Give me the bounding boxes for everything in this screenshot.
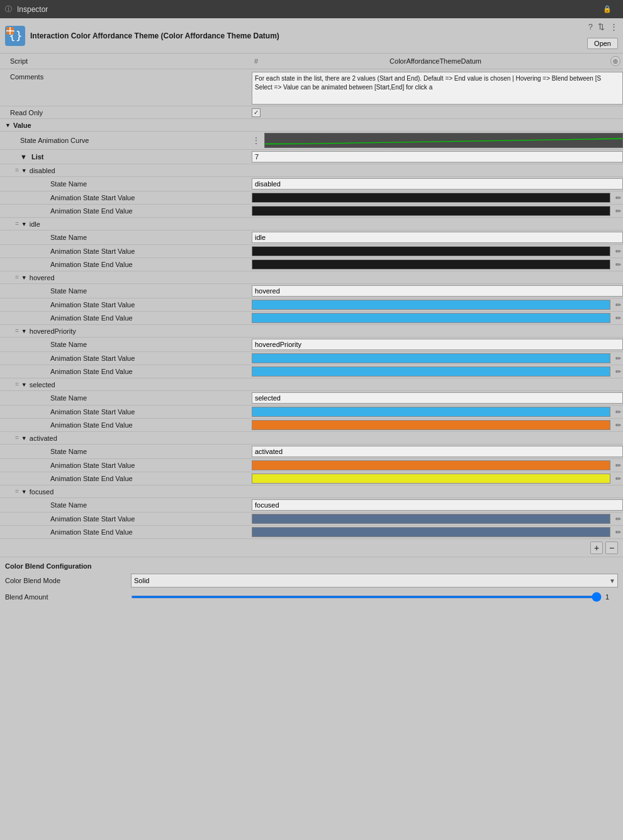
start-edit-icon-disabled[interactable]: ✏ bbox=[613, 194, 623, 202]
state-name-label-hovered: State Name bbox=[0, 287, 252, 295]
state-name-label-selected: State Name bbox=[0, 394, 252, 402]
start-edit-icon-focused[interactable]: ✏ bbox=[613, 515, 623, 523]
blend-mode-row: Color Blend Mode Solid Lerp Additive ▼ bbox=[5, 574, 618, 587]
start-edit-icon-idle[interactable]: ✏ bbox=[613, 247, 623, 256]
start-label-hoveredPriority: Animation State Start Value bbox=[0, 355, 252, 362]
remove-button[interactable]: − bbox=[605, 542, 618, 554]
end-label-selected: Animation State End Value bbox=[0, 421, 252, 429]
start-edit-icon-hoveredPriority[interactable]: ✏ bbox=[613, 355, 623, 363]
end-edit-icon-disabled[interactable]: ✏ bbox=[613, 207, 623, 215]
state-name-input-focused[interactable] bbox=[252, 499, 623, 511]
start-color-bar-idle[interactable] bbox=[252, 246, 610, 256]
triangle-focused[interactable]: ▼ bbox=[21, 489, 27, 495]
start-color-bar-activated[interactable] bbox=[252, 460, 610, 470]
comments-text[interactable]: For each state in the list, there are 2 … bbox=[252, 72, 623, 105]
comments-label: Comments bbox=[0, 72, 252, 81]
state-name-value-hoveredPriority bbox=[252, 339, 623, 350]
state-name-input-hovered[interactable] bbox=[252, 285, 623, 297]
state-name-input-hoveredPriority[interactable] bbox=[252, 339, 623, 350]
state-label-selected: selected bbox=[30, 381, 55, 389]
drag-handle-hoveredPriority[interactable]: = bbox=[15, 327, 19, 334]
triangle-idle[interactable]: ▼ bbox=[21, 221, 27, 227]
blend-amount-slider[interactable] bbox=[131, 596, 602, 598]
triangle-disabled[interactable]: ▼ bbox=[21, 167, 27, 174]
start-color-row-idle: Animation State Start Value ✏ bbox=[0, 245, 623, 258]
script-value-container: # ColorAffordanceThemeDatum ◎ bbox=[252, 55, 623, 67]
end-edit-icon-idle[interactable]: ✏ bbox=[613, 261, 623, 269]
script-target-btn[interactable]: ◎ bbox=[610, 56, 620, 66]
end-color-bar-hoveredPriority[interactable] bbox=[252, 366, 610, 377]
end-color-bar-idle[interactable] bbox=[252, 259, 610, 270]
drag-handle-selected[interactable]: = bbox=[15, 381, 19, 388]
list-count[interactable]: 7 bbox=[252, 151, 623, 162]
start-value-activated: ✏ bbox=[252, 460, 623, 470]
add-button[interactable]: + bbox=[590, 542, 603, 554]
state-label-hoveredPriority: hoveredPriority bbox=[30, 327, 76, 335]
triangle-selected[interactable]: ▼ bbox=[21, 382, 27, 388]
start-value-disabled: ✏ bbox=[252, 193, 623, 203]
end-value-activated: ✏ bbox=[252, 474, 623, 484]
state-name-input-activated[interactable] bbox=[252, 446, 623, 457]
component-header: {} Interaction Color Affordance Theme (C… bbox=[0, 18, 623, 54]
value-triangle[interactable]: ▼ bbox=[5, 122, 11, 128]
state-header-selected: = ▼ selected bbox=[0, 378, 623, 391]
start-color-bar-selected[interactable] bbox=[252, 407, 610, 417]
start-edit-icon-activated[interactable]: ✏ bbox=[613, 462, 623, 470]
preset-icon[interactable]: ⇅ bbox=[598, 22, 605, 31]
drag-handle-idle[interactable]: = bbox=[15, 220, 19, 227]
value-section-header: ▼ Value bbox=[0, 119, 623, 132]
state-header-hoveredPriority: = ▼ hoveredPriority bbox=[0, 325, 623, 338]
state-name-input-selected[interactable] bbox=[252, 392, 623, 404]
drag-handle-focused[interactable]: = bbox=[15, 488, 19, 495]
drag-handle-hovered[interactable]: = bbox=[15, 274, 19, 281]
start-color-bar-hovered[interactable] bbox=[252, 300, 610, 310]
end-edit-icon-focused[interactable]: ✏ bbox=[613, 528, 623, 536]
start-color-bar-disabled[interactable] bbox=[252, 193, 610, 203]
state-hoveredPriority: = ▼ hoveredPriority State Name Animation… bbox=[0, 325, 623, 378]
readonly-checkbox[interactable] bbox=[252, 108, 261, 117]
start-color-bar-hoveredPriority[interactable] bbox=[252, 353, 610, 363]
start-color-bar-focused[interactable] bbox=[252, 514, 610, 524]
inspector-title: Inspector bbox=[17, 5, 48, 14]
start-value-idle: ✏ bbox=[252, 246, 623, 256]
readonly-row: Read Only bbox=[0, 106, 623, 119]
drag-handle-activated[interactable]: = bbox=[15, 434, 19, 441]
start-label-activated: Animation State Start Value bbox=[0, 462, 252, 469]
end-label-disabled: Animation State End Value bbox=[0, 207, 252, 215]
start-color-row-focused: Animation State Start Value ✏ bbox=[0, 513, 623, 526]
curve-dots-icon[interactable]: ⋮ bbox=[252, 135, 262, 145]
comments-value-container: For each state in the list, there are 2 … bbox=[252, 72, 623, 105]
end-color-bar-activated[interactable] bbox=[252, 474, 610, 484]
blend-mode-select-wrapper: Solid Lerp Additive ▼ bbox=[131, 574, 618, 587]
blend-mode-select[interactable]: Solid Lerp Additive bbox=[131, 574, 618, 587]
script-value: # ColorAffordanceThemeDatum ◎ bbox=[252, 55, 623, 67]
curve-canvas[interactable] bbox=[264, 133, 623, 148]
triangle-activated[interactable]: ▼ bbox=[21, 435, 27, 441]
end-color-bar-focused[interactable] bbox=[252, 527, 610, 537]
list-triangle[interactable]: ▼ bbox=[20, 153, 27, 161]
list-text: List bbox=[31, 153, 44, 161]
drag-handle-disabled[interactable]: = bbox=[15, 167, 19, 174]
triangle-hovered[interactable]: ▼ bbox=[21, 275, 27, 281]
help-icon[interactable]: ? bbox=[588, 22, 593, 31]
open-button[interactable]: Open bbox=[587, 38, 618, 49]
end-edit-icon-selected[interactable]: ✏ bbox=[613, 421, 623, 429]
end-color-bar-disabled[interactable] bbox=[252, 206, 610, 216]
triangle-hoveredPriority[interactable]: ▼ bbox=[21, 328, 27, 334]
end-edit-icon-hoveredPriority[interactable]: ✏ bbox=[613, 368, 623, 376]
start-value-hoveredPriority: ✏ bbox=[252, 353, 623, 363]
blend-amount-row: Blend Amount 1 bbox=[5, 590, 618, 604]
more-icon[interactable]: ⋮ bbox=[610, 22, 618, 31]
end-color-bar-hovered[interactable] bbox=[252, 313, 610, 323]
end-edit-icon-hovered[interactable]: ✏ bbox=[613, 314, 623, 322]
end-color-row-disabled: Animation State End Value ✏ bbox=[0, 205, 623, 218]
lock-icon[interactable]: 🔒 bbox=[603, 5, 612, 13]
start-edit-icon-selected[interactable]: ✏ bbox=[613, 408, 623, 416]
end-color-bar-selected[interactable] bbox=[252, 420, 610, 430]
state-disabled: = ▼ disabled State Name Animation State … bbox=[0, 164, 623, 218]
state-name-row-selected: State Name bbox=[0, 391, 623, 406]
start-edit-icon-hovered[interactable]: ✏ bbox=[613, 301, 623, 309]
state-name-input-disabled[interactable] bbox=[252, 178, 623, 190]
state-name-input-idle[interactable] bbox=[252, 232, 623, 243]
end-edit-icon-activated[interactable]: ✏ bbox=[613, 475, 623, 483]
